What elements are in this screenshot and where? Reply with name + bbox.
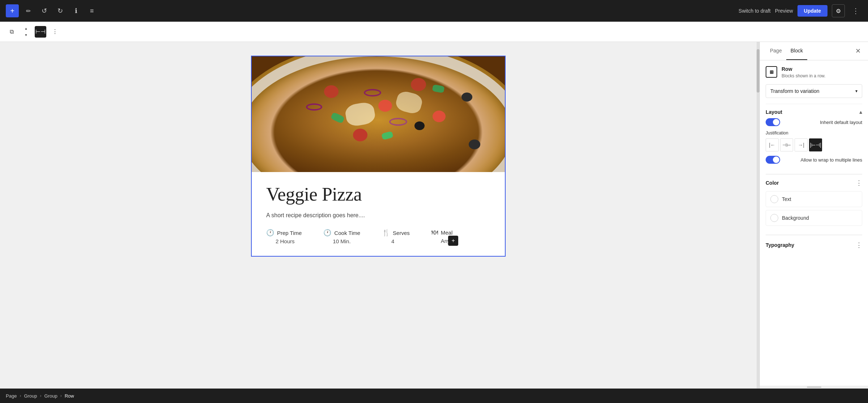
justify-space-between-button[interactable]: |⊢⊣| bbox=[809, 138, 822, 151]
color-section-header: Color ⋮ bbox=[766, 175, 862, 191]
topping-tomato-3 bbox=[411, 78, 426, 91]
settings-button[interactable]: ⚙ bbox=[832, 4, 845, 17]
wide-width-icon: ⊢⊣ bbox=[35, 28, 46, 35]
justify-right-button[interactable]: →| bbox=[795, 138, 808, 151]
copy-icon: ⧉ bbox=[10, 29, 14, 35]
typography-more-button[interactable]: ⋮ bbox=[856, 241, 862, 249]
wrap-row: Allow to wrap to multiple lines bbox=[766, 156, 862, 164]
top-bar-left: + ✏ ↺ ↻ ℹ ≡ bbox=[6, 4, 98, 17]
move-block-group: ▲ ▼ bbox=[20, 25, 32, 38]
breadcrumb-sep-3: › bbox=[60, 393, 62, 398]
typography-section-header[interactable]: Typography ⋮ bbox=[766, 237, 862, 253]
breadcrumb-group-1[interactable]: Group bbox=[24, 393, 37, 399]
topping-tomato-5 bbox=[353, 129, 367, 141]
topping-olive-1 bbox=[461, 93, 472, 102]
add-block-inline-button[interactable]: + bbox=[448, 236, 458, 246]
breadcrumb-group-2[interactable]: Group bbox=[44, 393, 58, 399]
cook-time-label: Cook Time bbox=[334, 230, 360, 236]
sidebar-tab-group: Page Block bbox=[766, 42, 807, 60]
stat-prep-time: 🕐 Prep Time 2 Hours bbox=[266, 229, 302, 244]
layout-section: Layout ▴ Inherit default layout Justific… bbox=[766, 104, 862, 174]
editor-scrollbar-thumb bbox=[757, 49, 760, 93]
tab-block[interactable]: Block bbox=[786, 42, 807, 60]
recipe-description: A short recipe description goes here.... bbox=[266, 212, 490, 219]
topping-tomato-4 bbox=[433, 111, 446, 122]
stat-cook-time: 🕐 Cook Time 10 Min. bbox=[323, 229, 360, 244]
background-color-option[interactable]: Background bbox=[766, 210, 862, 226]
breadcrumb-page[interactable]: Page bbox=[6, 393, 17, 399]
stat-cook-time-header: 🕐 Cook Time bbox=[323, 229, 360, 237]
meal-label: Meal bbox=[441, 230, 453, 236]
sidebar-tabs: Page Block ✕ bbox=[760, 42, 868, 60]
redo-button[interactable]: ↻ bbox=[54, 4, 67, 17]
breadcrumb-sep-2: › bbox=[40, 393, 42, 398]
close-sidebar-button[interactable]: ✕ bbox=[854, 46, 862, 56]
topping-tomato-1 bbox=[324, 85, 339, 98]
text-color-circle bbox=[770, 195, 778, 203]
color-section-title: Color bbox=[766, 180, 779, 186]
cook-time-value: 10 Min. bbox=[323, 238, 350, 244]
transform-dropdown[interactable]: Transform to variation ▾ bbox=[766, 84, 862, 98]
meal-value: Any bbox=[431, 238, 450, 244]
text-color-option[interactable]: Text bbox=[766, 191, 862, 207]
main-area: Veggie Pizza A short recipe description … bbox=[0, 42, 868, 389]
block-name: Row bbox=[782, 66, 825, 72]
justify-left-icon: |← bbox=[769, 142, 775, 148]
transform-label: Transform to variation bbox=[770, 88, 820, 94]
recipe-title: Veggie Pizza bbox=[266, 184, 490, 205]
sidebar-scroll-indicator bbox=[807, 386, 821, 388]
inherit-layout-toggle[interactable] bbox=[766, 118, 780, 126]
pencil-icon-button[interactable]: ✏ bbox=[22, 4, 35, 17]
clock-icon: 🕐 bbox=[266, 229, 274, 237]
topping-olive-3 bbox=[469, 140, 480, 149]
justify-right-icon: →| bbox=[798, 142, 804, 148]
serves-label: Serves bbox=[393, 230, 410, 236]
preview-button[interactable]: Preview bbox=[775, 8, 793, 14]
color-more-icon: ⋮ bbox=[856, 179, 862, 187]
layout-section-header[interactable]: Layout ▴ bbox=[766, 104, 862, 118]
chevron-down-icon: ▾ bbox=[855, 89, 858, 94]
update-button[interactable]: Update bbox=[797, 5, 827, 17]
justification-buttons: |← ⊣⊢ →| |⊢⊣| bbox=[766, 138, 862, 151]
layout-section-title: Layout bbox=[766, 109, 782, 115]
wide-width-button[interactable]: ⊢⊣ bbox=[35, 26, 46, 38]
topping-onion-2 bbox=[389, 118, 407, 126]
switch-draft-button[interactable]: Switch to draft bbox=[739, 8, 771, 14]
copy-block-button[interactable]: ⧉ bbox=[6, 26, 17, 38]
topping-olive-2 bbox=[414, 121, 425, 130]
justify-left-button[interactable]: |← bbox=[766, 138, 779, 151]
stat-meal: 🍽 Meal Any + bbox=[431, 229, 453, 244]
cook-clock-icon: 🕐 bbox=[323, 229, 331, 237]
block-icon: ⊞ bbox=[766, 66, 777, 78]
wrap-toggle[interactable] bbox=[766, 156, 780, 164]
typography-more-icon: ⋮ bbox=[856, 241, 862, 249]
color-more-button[interactable]: ⋮ bbox=[856, 179, 862, 187]
breadcrumb: Page › Group › Group › Row bbox=[0, 389, 868, 403]
pizza-plate bbox=[252, 56, 505, 172]
move-up-button[interactable]: ▲ bbox=[20, 25, 32, 32]
typography-section-title: Typography bbox=[766, 242, 794, 248]
undo-button[interactable]: ↺ bbox=[38, 4, 51, 17]
justify-center-button[interactable]: ⊣⊢ bbox=[780, 138, 793, 151]
editor-canvas[interactable]: Veggie Pizza A short recipe description … bbox=[0, 42, 757, 389]
options-button[interactable]: ⋮ bbox=[849, 4, 862, 17]
block-more-button[interactable]: ⋮ bbox=[49, 26, 61, 38]
move-down-button[interactable]: ▼ bbox=[20, 32, 32, 38]
stat-serves: 🍴 Serves 4 bbox=[382, 229, 410, 244]
info-button[interactable]: ℹ bbox=[69, 4, 82, 17]
block-title-section: ⊞ Row Blocks shown in a row. bbox=[766, 66, 862, 78]
layout-chevron-up-icon: ▴ bbox=[859, 108, 862, 115]
wrap-label: Allow to wrap to multiple lines bbox=[800, 157, 862, 163]
list-view-button[interactable]: ≡ bbox=[85, 4, 98, 17]
justify-center-icon: ⊣⊢ bbox=[782, 142, 791, 148]
add-block-button[interactable]: + bbox=[6, 4, 19, 17]
breadcrumb-row[interactable]: Row bbox=[65, 393, 74, 399]
color-section: Color ⋮ Text Background bbox=[766, 175, 862, 235]
editor-scrollbar[interactable] bbox=[757, 42, 760, 389]
tab-page[interactable]: Page bbox=[766, 42, 786, 60]
inherit-layout-label: Inherit default layout bbox=[820, 120, 862, 125]
topping-onion-1 bbox=[306, 103, 322, 111]
content-block: Veggie Pizza A short recipe description … bbox=[252, 56, 505, 256]
stat-meal-header: 🍽 Meal bbox=[431, 229, 453, 236]
row-block-icon: ⊞ bbox=[770, 69, 774, 75]
